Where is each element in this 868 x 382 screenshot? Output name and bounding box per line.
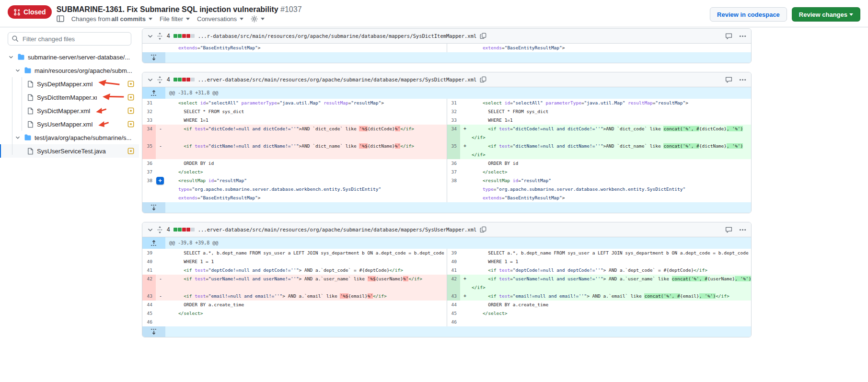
diff-code-row: 45 </select>45 </select> xyxy=(142,309,751,318)
diffstat-squares xyxy=(174,34,195,38)
line-code: <resultMap id="resultMap" type="org.apac… xyxy=(470,176,751,202)
copy-path-button[interactable] xyxy=(480,76,486,83)
folder-label: test/java/org/apache/submarine/s... xyxy=(35,134,131,141)
review-changes-button[interactable]: Review changes xyxy=(792,7,860,22)
expand-row xyxy=(142,52,751,63)
gear-icon xyxy=(251,15,258,23)
line-number: 45 xyxy=(142,309,156,318)
line-code: WHERE 1 = 1 xyxy=(165,257,447,266)
comment-button[interactable] xyxy=(725,33,732,40)
folder-icon xyxy=(17,53,25,61)
file-path-link[interactable]: ...erver-database/src/main/resources/org… xyxy=(198,227,477,232)
diff-sign xyxy=(460,176,470,202)
collapse-file-button[interactable] xyxy=(147,77,153,83)
line-code: </select> xyxy=(165,309,447,318)
diffstat-add-square xyxy=(178,228,182,232)
file-options-button[interactable] xyxy=(739,35,746,37)
diff-sign xyxy=(156,309,165,318)
pr-header: Closed SUBMARINE-1361. Fix Submarine SQL… xyxy=(0,0,868,27)
line-code: WHERE 1=1 xyxy=(470,116,751,125)
line-code xyxy=(470,318,751,326)
modified-file-icon xyxy=(127,94,134,101)
expand-row-fill xyxy=(165,202,751,213)
expand-row-fill xyxy=(165,326,751,337)
expand-up-button[interactable] xyxy=(142,87,165,99)
expand-down-button[interactable] xyxy=(142,52,165,63)
tree-file-sysdictmapper-xml[interactable]: SysDictMapper.xml xyxy=(0,104,139,117)
tree-file-sysuserservicetest-java[interactable]: SysUserServiceTest.java xyxy=(0,144,139,158)
changed-lines-count: 4 xyxy=(167,33,170,39)
drag-file-handle[interactable] xyxy=(157,33,163,40)
expand-down-button[interactable] xyxy=(142,326,165,337)
file-label: SysUserMapper.xml xyxy=(37,121,93,128)
changes-from-menu[interactable]: Changes from all commits xyxy=(71,15,152,23)
file-filter-menu[interactable]: File filter xyxy=(160,15,190,23)
collapse-file-button[interactable] xyxy=(147,33,153,39)
diff-code-row: extends="BaseEntityResultMap"> extends="… xyxy=(142,44,751,52)
tree-file-sysdictitemmapper-xml[interactable]: SysDictItemMapper.xml xyxy=(0,91,139,104)
diff-sign xyxy=(460,99,470,107)
file-label: SysUserServiceTest.java xyxy=(37,148,106,155)
drag-file-handle[interactable] xyxy=(157,226,163,233)
line-code: SELECT * FROM sys_dict xyxy=(470,107,751,116)
line-number: 38 xyxy=(447,176,460,202)
diffstat-del-square xyxy=(186,228,190,232)
collapse-file-button[interactable] xyxy=(147,227,153,233)
line-number: 40 xyxy=(142,257,156,266)
sidebar-toggle-button[interactable] xyxy=(57,15,64,23)
expand-up-button[interactable] xyxy=(142,237,165,249)
diff-code-row: 40 WHERE 1 = 140 WHERE 1 = 1 xyxy=(142,257,751,266)
line-code: SELECT a.*, b.dept_name FROM sys_user a … xyxy=(470,249,751,257)
tree-folder-test-java-org-apache-submarine-s[interactable]: test/java/org/apache/submarine/s... xyxy=(0,131,139,144)
diff-sign: - xyxy=(156,125,165,142)
file-path-link[interactable]: ...r-database/src/main/resources/org/apa… xyxy=(198,33,477,39)
tree-guide-line xyxy=(12,77,12,155)
file-label: SysDictMapper.xml xyxy=(37,107,90,115)
diff-code-row: 31 <select id="selectAll" parameterType=… xyxy=(142,99,751,107)
diff-sign xyxy=(156,249,165,257)
tree-folder-main-resources-org-apache-subm[interactable]: main/resources/org/apache/subm... xyxy=(0,64,139,77)
file-icon xyxy=(27,121,34,128)
conversations-menu[interactable]: Conversations xyxy=(197,15,243,23)
folder-label: submarine-server/server-database/... xyxy=(28,54,130,61)
tree-file-sysusermapper-xml[interactable]: SysUserMapper.xml xyxy=(0,117,139,131)
review-in-codespace-button[interactable]: Review in codespace xyxy=(710,7,787,22)
comment-button[interactable] xyxy=(725,76,732,83)
file-header-actions xyxy=(725,33,746,40)
file-header-actions xyxy=(725,76,746,83)
diffstat-del-square xyxy=(182,78,186,81)
diff-settings-menu[interactable] xyxy=(251,15,265,23)
copy-path-button[interactable] xyxy=(480,33,486,39)
line-code: extends="BaseEntityResultMap"> xyxy=(470,44,751,52)
hunk-row: @@ -31,8 +31,8 @@ xyxy=(142,87,751,99)
chevron-down-icon xyxy=(849,13,853,18)
filter-changed-files-input[interactable] xyxy=(8,32,131,46)
comment-button[interactable] xyxy=(725,226,732,233)
drag-file-handle[interactable] xyxy=(157,76,163,83)
file-path-link[interactable]: ...erver-database/src/main/resources/org… xyxy=(198,77,477,82)
diffstat-neutral-square xyxy=(191,34,195,38)
file-options-button[interactable] xyxy=(739,229,746,231)
diff-sign: + xyxy=(460,142,470,159)
annotation-arrow-icon xyxy=(98,120,110,128)
line-code xyxy=(165,318,447,326)
expand-down-button[interactable] xyxy=(142,202,165,213)
fold-down-icon xyxy=(150,204,157,211)
diff-sign: - xyxy=(156,275,165,292)
tree-folder-submarine-server-server-database[interactable]: submarine-server/server-database/... xyxy=(0,50,139,64)
line-code: <if test="dictCode!=null and dictCode!='… xyxy=(470,125,751,142)
annotation-arrow-icon xyxy=(102,92,125,103)
diff-sign xyxy=(460,266,470,275)
diff-sign: + xyxy=(460,275,470,292)
file-icon xyxy=(27,107,34,115)
tree-file-sysdeptmapper-xml[interactable]: SysDeptMapper.xml xyxy=(0,77,139,91)
diff-sign: + xyxy=(460,125,470,142)
line-code: <if test="deptCode!=null and deptCode!='… xyxy=(470,266,751,275)
diff-code-row: 32 SELECT * FROM sys_dict32 SELECT * FRO… xyxy=(142,107,751,116)
file-options-button[interactable] xyxy=(739,79,746,81)
search-icon xyxy=(12,35,19,43)
copy-path-button[interactable] xyxy=(480,226,486,233)
diff-panel-sysdictitemmapper-xml: 4...r-database/src/main/resources/org/ap… xyxy=(142,28,752,63)
line-number: 39 xyxy=(447,249,460,257)
add-comment-button[interactable]: + xyxy=(156,177,164,185)
